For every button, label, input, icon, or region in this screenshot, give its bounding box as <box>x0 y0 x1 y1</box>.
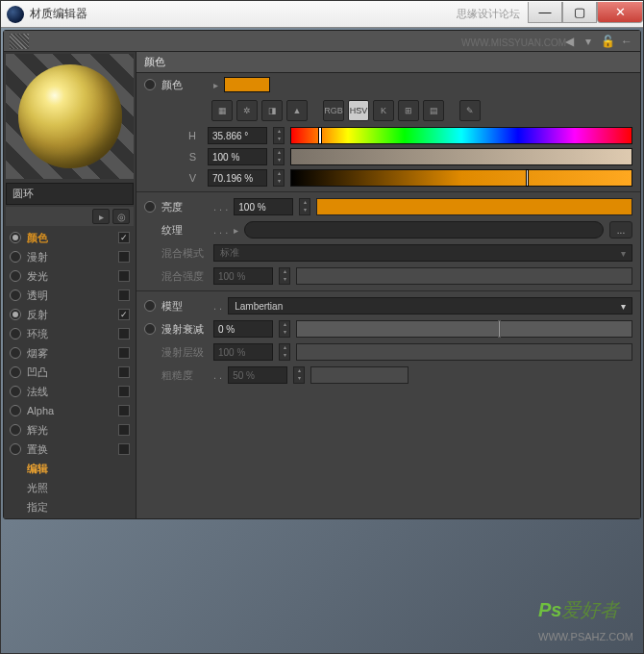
hue-field[interactable]: 35.866 ° <box>208 127 267 144</box>
sat-field[interactable]: 100 % <box>208 148 267 165</box>
model-expand-icon[interactable] <box>144 300 156 312</box>
hue-spinner[interactable]: ▴▾ <box>273 127 285 144</box>
channel-checkbox[interactable] <box>118 424 130 436</box>
channel-checkbox[interactable] <box>118 289 130 301</box>
channel-checkbox[interactable] <box>118 270 130 282</box>
swatches-icon[interactable]: ▤ <box>423 100 444 121</box>
model-label: 模型 <box>161 299 208 314</box>
texture-field[interactable] <box>244 221 604 239</box>
channel-row-8[interactable]: 法线 <box>6 382 134 401</box>
channel-row-1[interactable]: 漫射 <box>6 247 134 266</box>
channel-label: 置换 <box>27 442 112 457</box>
channel-checkbox[interactable] <box>118 386 130 397</box>
falloff-spinner[interactable]: ▴▾ <box>279 320 290 338</box>
falloff-expand-icon[interactable] <box>144 323 156 335</box>
channel-row-4[interactable]: 反射 ✓ <box>6 305 134 324</box>
channel-label: 指定 <box>27 500 130 515</box>
channel-checkbox[interactable] <box>118 347 130 359</box>
tab-target-button[interactable]: ◎ <box>112 209 130 224</box>
dots-icon: . . . <box>213 224 228 236</box>
material-name-field[interactable]: 圆环 <box>6 183 134 205</box>
channel-row-10[interactable]: 辉光 <box>6 420 134 440</box>
level-label: 漫射层级 <box>161 345 208 360</box>
prev-arrow-icon[interactable]: ← <box>619 34 634 49</box>
channel-row-2[interactable]: 发光 <box>6 266 134 286</box>
channel-radio-icon[interactable] <box>10 347 21 359</box>
brightness-field[interactable]: 100 % <box>234 198 293 215</box>
sat-slider[interactable] <box>290 148 632 165</box>
spectrum-icon[interactable]: ◨ <box>261 100 283 121</box>
channel-row-13[interactable]: 光照 <box>6 478 134 497</box>
brightness-expand-icon[interactable] <box>144 201 156 213</box>
channel-radio-icon[interactable] <box>10 405 21 416</box>
color-swatch[interactable] <box>224 77 270 92</box>
val-field[interactable]: 70.196 % <box>208 169 267 187</box>
channel-label: 辉光 <box>27 423 112 438</box>
window-title: 材质编辑器 <box>30 6 457 22</box>
hue-slider[interactable] <box>290 127 632 144</box>
channel-radio-icon[interactable] <box>10 232 21 243</box>
channel-radio-icon[interactable] <box>10 443 21 455</box>
picture-icon[interactable]: ▲ <box>286 100 308 121</box>
channel-radio-icon[interactable] <box>10 309 21 320</box>
channel-row-6[interactable]: 烟雾 <box>6 343 134 363</box>
arrow-icon[interactable]: ▸ <box>234 225 238 236</box>
channel-radio-icon[interactable] <box>10 289 21 301</box>
channel-radio-icon[interactable] <box>10 366 21 378</box>
brightness-spinner[interactable]: ▴▾ <box>299 198 310 215</box>
rgb-mode-button[interactable]: RGB <box>323 100 344 121</box>
brightness-slider[interactable] <box>316 198 632 215</box>
hsv-mode-button[interactable]: HSV <box>348 100 369 121</box>
channel-row-12[interactable]: 编辑 <box>6 459 134 478</box>
k-mode-button[interactable]: K <box>373 100 394 121</box>
gradient-icon[interactable]: ▦ <box>211 100 233 121</box>
grip-icon[interactable] <box>10 34 29 49</box>
channel-row-5[interactable]: 环境 <box>6 324 134 343</box>
channel-checkbox[interactable]: ✓ <box>118 232 130 243</box>
channel-radio-icon[interactable] <box>10 386 21 397</box>
close-button[interactable]: ✕ <box>597 2 643 23</box>
lock-icon[interactable]: 🔓 <box>600 34 615 49</box>
model-dropdown[interactable]: Lambertian▾ <box>228 297 632 314</box>
falloff-slider[interactable] <box>296 320 632 338</box>
channel-row-7[interactable]: 凹凸 <box>6 363 134 382</box>
panel-header: 颜色 <box>136 52 640 73</box>
watermark-bottom-right: Ps爱好者 WWW.PSAHZ.COM <box>538 597 633 645</box>
color-expand-icon[interactable] <box>144 79 156 90</box>
channel-row-0[interactable]: 颜色 ✓ <box>6 228 134 247</box>
falloff-field[interactable]: 0 % <box>213 320 273 338</box>
channel-label: 颜色 <box>27 231 112 245</box>
channel-checkbox[interactable] <box>118 443 130 455</box>
texture-browse-button[interactable]: ... <box>609 221 632 239</box>
channel-radio-icon[interactable] <box>10 328 21 340</box>
channel-checkbox[interactable] <box>118 366 130 378</box>
level-field: 100 % <box>213 343 273 361</box>
channel-radio-icon[interactable] <box>10 424 21 436</box>
channel-label: 环境 <box>27 327 112 341</box>
channel-label: Alpha <box>27 405 112 416</box>
material-preview[interactable] <box>6 54 134 179</box>
minimize-button[interactable]: — <box>528 2 562 23</box>
channel-checkbox[interactable] <box>118 251 130 263</box>
falloff-label: 漫射衰减 <box>161 322 208 337</box>
channel-checkbox[interactable]: ✓ <box>118 309 130 320</box>
mixmode-dropdown[interactable]: 标准▾ <box>213 244 632 262</box>
sat-spinner[interactable]: ▴▾ <box>273 148 285 165</box>
channel-row-3[interactable]: 透明 <box>6 286 134 305</box>
maximize-button[interactable]: ▢ <box>562 2 597 23</box>
mixer-icon[interactable]: ⊞ <box>398 100 419 121</box>
channel-radio-icon[interactable] <box>10 270 21 282</box>
val-slider[interactable] <box>290 169 632 187</box>
texture-label: 纹理 <box>161 223 208 238</box>
wheel-icon[interactable]: ✲ <box>236 100 258 121</box>
channel-checkbox[interactable] <box>118 328 130 340</box>
val-spinner[interactable]: ▴▾ <box>273 169 285 187</box>
channel-checkbox[interactable] <box>118 405 130 416</box>
channel-radio-icon[interactable] <box>10 251 21 263</box>
channel-row-11[interactable]: 置换 <box>6 440 134 459</box>
channel-row-9[interactable]: Alpha <box>6 401 134 420</box>
tab-nav-button[interactable]: ▸ <box>92 209 110 224</box>
val-label: V <box>144 172 202 184</box>
channel-row-14[interactable]: 指定 <box>6 497 134 516</box>
eyedropper-icon[interactable]: ✎ <box>459 100 481 121</box>
